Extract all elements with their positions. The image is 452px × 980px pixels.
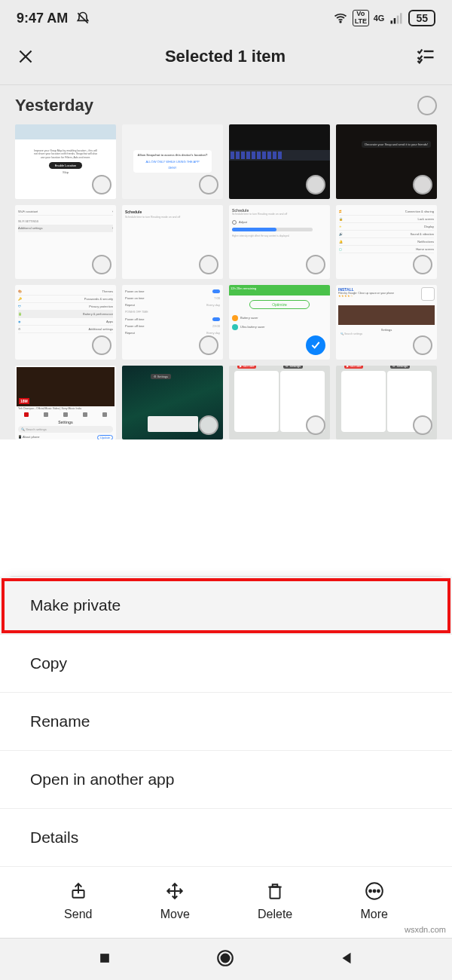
svg-point-0: [340, 21, 341, 23]
svg-point-8: [369, 890, 371, 893]
square-icon: [97, 951, 112, 966]
thumbnail[interactable]: ▶ YouTube ⚙ Settings: [336, 366, 437, 440]
network-badge: 4G: [374, 14, 385, 23]
svg-rect-3: [397, 16, 399, 24]
thumbnail-grid: Improve your Snap Map by enabling locati…: [0, 120, 452, 439]
send-icon: [69, 881, 88, 901]
thumbnail[interactable]: [229, 124, 330, 199]
battery-badge: 55: [408, 10, 435, 26]
delete-icon: [265, 881, 285, 901]
volte-badge: Vo LTE: [353, 10, 369, 26]
thumbnail[interactable]: Improve your Snap Map by enabling locati…: [15, 124, 116, 199]
select-circle[interactable]: [199, 415, 218, 435]
sheet-item-copy[interactable]: Copy: [0, 635, 452, 693]
select-circle[interactable]: [306, 415, 325, 435]
select-circle[interactable]: [413, 415, 432, 435]
select-circle[interactable]: [413, 255, 432, 274]
section-select-circle[interactable]: [417, 96, 437, 115]
sheet-item-open-in-another-app[interactable]: Open in another app: [0, 751, 452, 809]
signal-icon: [389, 11, 404, 26]
thumbnail[interactable]: Wi-Fi assistant› WI-FI SETTINGS Addition…: [15, 205, 116, 280]
triangle-back-icon: [338, 950, 355, 966]
status-bar: 9:47 AM Vo LTE 4G 55: [0, 0, 452, 33]
nav-home[interactable]: [215, 948, 235, 971]
system-nav-bar: [0, 938, 452, 980]
header-title: Selected 1 item: [36, 47, 414, 66]
select-circle[interactable]: [306, 255, 325, 274]
select-circle[interactable]: [199, 335, 218, 355]
section-label: Yesterday: [15, 96, 93, 115]
svg-point-10: [377, 890, 380, 893]
select-circle[interactable]: [92, 175, 111, 194]
thumbnail[interactable]: INSTALL Files by Google: Clean up space …: [336, 285, 437, 360]
sheet-action-bar: Send Move Delete More: [0, 867, 452, 938]
action-send[interactable]: Send: [64, 880, 92, 921]
thumbnail[interactable]: ⚙ Settings: [122, 366, 223, 440]
watermark: wsxdn.com: [403, 924, 447, 935]
select-circle[interactable]: [92, 335, 111, 355]
svg-point-13: [221, 954, 230, 962]
close-icon: [16, 47, 35, 66]
thumbnail[interactable]: Schedule Schedule time to turn Reading m…: [229, 205, 330, 280]
check-icon: [310, 339, 322, 351]
select-circle[interactable]: [199, 175, 218, 194]
circle-icon: [215, 948, 235, 968]
svg-rect-2: [394, 18, 396, 24]
selection-header: Selected 1 item: [0, 33, 452, 85]
wifi-icon: [333, 11, 348, 26]
nav-recents[interactable]: [97, 951, 112, 969]
thumbnail[interactable]: 12h 20m remaining Optimize Battery saver…: [229, 285, 330, 360]
svg-point-9: [373, 890, 375, 893]
section-yesterday[interactable]: Yesterday: [0, 85, 452, 120]
dnd-icon: [75, 11, 90, 26]
more-actions-sheet: Make private Copy Rename Open in another…: [0, 576, 452, 938]
select-circle-checked[interactable]: [306, 335, 325, 355]
sheet-item-rename[interactable]: Rename: [0, 693, 452, 751]
thumbnail[interactable]: Schedule Schedule time to turn Reading m…: [122, 205, 223, 280]
thumbnail[interactable]: ⇄Connection & sharing 🔒Lock screen ☀Disp…: [336, 205, 437, 280]
sheet-item-make-private[interactable]: Make private: [0, 577, 452, 635]
action-more[interactable]: More: [360, 880, 387, 921]
svg-rect-6: [270, 887, 280, 899]
select-circle[interactable]: [199, 255, 218, 274]
more-icon: [365, 881, 384, 901]
svg-rect-1: [391, 20, 393, 23]
thumbnail[interactable]: Allow Snapchat to access this device's l…: [122, 124, 223, 199]
thumbnail[interactable]: Decorate your Snap and send it to your f…: [336, 124, 437, 199]
select-all-button[interactable]: [414, 45, 437, 68]
svg-rect-4: [400, 13, 402, 23]
action-delete[interactable]: Delete: [258, 880, 292, 921]
thumbnail[interactable]: 18M Yeh Dooriyan - Official Music Video …: [15, 366, 116, 440]
select-circle[interactable]: [413, 335, 432, 355]
sheet-item-details[interactable]: Details: [0, 809, 452, 867]
move-icon: [165, 881, 185, 901]
svg-rect-11: [100, 954, 109, 963]
thumbnail[interactable]: Power on time Power on time7:00 RepeatEv…: [122, 285, 223, 360]
checklist-icon: [415, 46, 436, 67]
thumbnail[interactable]: ▶ YouTube ⚙ Settings: [229, 366, 330, 440]
status-time: 9:47 AM: [17, 11, 68, 26]
select-circle[interactable]: [413, 175, 432, 194]
action-move[interactable]: Move: [160, 880, 190, 921]
select-circle[interactable]: [92, 255, 111, 274]
thumbnail[interactable]: 🎨Themes 🔑Passwords & security 🛡Privacy p…: [15, 285, 116, 360]
select-circle[interactable]: [306, 175, 325, 194]
nav-back[interactable]: [338, 950, 355, 969]
close-button[interactable]: [15, 46, 36, 67]
